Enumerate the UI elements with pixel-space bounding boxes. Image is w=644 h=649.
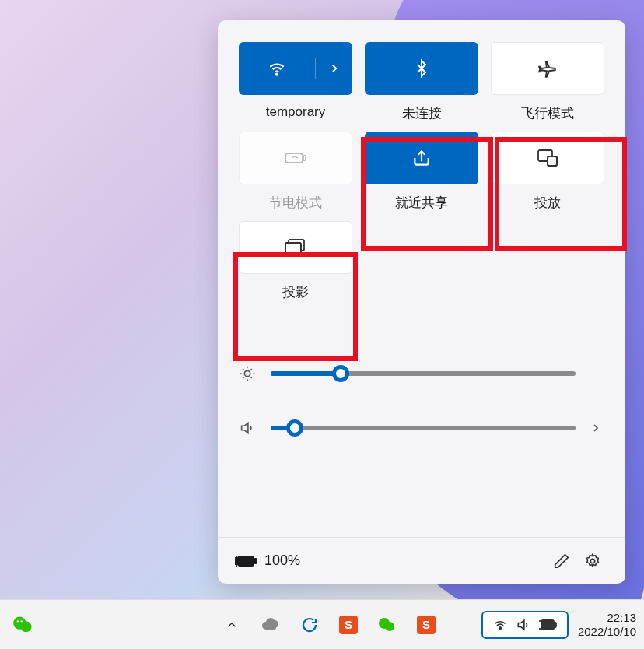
tray-volume-icon bbox=[516, 617, 531, 633]
tile-bluetooth[interactable] bbox=[365, 42, 478, 95]
taskbar: S S 22:13 2022/10/10 bbox=[0, 599, 644, 649]
tile-battery-saver-wrap: 节电模式 bbox=[238, 132, 353, 212]
tile-cast[interactable] bbox=[491, 132, 604, 184]
svg-rect-10 bbox=[238, 556, 254, 566]
taskbar-app-wechat-2[interactable] bbox=[373, 611, 401, 639]
tile-bluetooth-wrap: 未连接 bbox=[364, 42, 479, 122]
gear-icon bbox=[584, 553, 601, 570]
tile-airplane-wrap: 飞行模式 bbox=[490, 42, 605, 122]
svg-rect-4 bbox=[548, 156, 557, 166]
tile-battery-saver bbox=[239, 132, 352, 184]
cast-icon bbox=[537, 149, 558, 167]
clock[interactable]: 22:13 2022/10/10 bbox=[578, 611, 636, 639]
tile-project[interactable] bbox=[239, 221, 352, 274]
svg-point-20 bbox=[499, 626, 502, 629]
tile-airplane[interactable] bbox=[491, 42, 604, 95]
svg-point-13 bbox=[590, 559, 595, 563]
tray-wifi-icon bbox=[492, 617, 508, 633]
chevron-up-icon bbox=[225, 618, 239, 632]
tile-wifi[interactable] bbox=[239, 42, 352, 95]
brightness-slider-row bbox=[238, 346, 605, 401]
tile-cast-wrap: 投放 bbox=[490, 132, 605, 212]
wifi-icon bbox=[267, 58, 287, 79]
brightness-slider[interactable] bbox=[271, 371, 576, 376]
taskbar-sync[interactable] bbox=[296, 611, 324, 639]
tile-project-label: 投影 bbox=[282, 283, 309, 301]
svg-rect-21 bbox=[541, 620, 554, 630]
tile-nearby-share[interactable] bbox=[365, 132, 478, 184]
tile-nearby-share-wrap: 就近共享 bbox=[364, 132, 479, 212]
taskbar-overflow[interactable] bbox=[218, 611, 246, 639]
svg-point-0 bbox=[276, 74, 278, 75]
tile-airplane-label: 飞行模式 bbox=[521, 104, 574, 122]
svg-rect-7 bbox=[285, 243, 301, 254]
quick-settings-panel: temporary 未连接 飞行模式 bbox=[218, 20, 625, 584]
sync-icon bbox=[300, 616, 319, 634]
svg-point-15 bbox=[21, 621, 32, 632]
clock-time: 22:13 bbox=[578, 611, 636, 625]
system-tray[interactable] bbox=[481, 611, 569, 639]
tile-wifi-main[interactable] bbox=[239, 58, 316, 79]
cloud-icon bbox=[261, 616, 280, 634]
svg-rect-22 bbox=[555, 623, 556, 627]
settings-button[interactable] bbox=[577, 546, 608, 577]
clock-date: 2022/10/10 bbox=[578, 625, 636, 639]
svg-point-16 bbox=[17, 620, 19, 622]
svg-point-19 bbox=[385, 622, 394, 631]
tile-nearby-share-label: 就近共享 bbox=[395, 194, 448, 212]
taskbar-app-wechat[interactable] bbox=[9, 611, 37, 639]
tray-battery-icon bbox=[539, 619, 558, 631]
svg-rect-1 bbox=[285, 153, 303, 163]
project-icon bbox=[284, 238, 307, 257]
chevron-right-icon bbox=[327, 61, 341, 75]
battery-saver-icon bbox=[284, 149, 307, 167]
brightness-icon bbox=[238, 365, 257, 382]
tiles-area: temporary 未连接 飞行模式 bbox=[218, 20, 625, 318]
volume-slider[interactable] bbox=[271, 426, 576, 430]
edit-button[interactable] bbox=[546, 546, 577, 577]
battery-percent: 100% bbox=[264, 553, 300, 569]
panel-footer: 100% bbox=[218, 537, 625, 584]
volume-expand[interactable] bbox=[590, 422, 605, 434]
tile-wifi-wrap: temporary bbox=[238, 42, 353, 122]
svg-point-17 bbox=[21, 620, 23, 622]
battery-plug-icon bbox=[235, 553, 258, 569]
svg-rect-11 bbox=[254, 559, 257, 563]
pencil-icon bbox=[553, 553, 570, 570]
svg-rect-2 bbox=[303, 156, 306, 160]
taskbar-app-s2[interactable]: S bbox=[412, 611, 440, 639]
taskbar-app-s1[interactable]: S bbox=[334, 611, 362, 639]
tile-bluetooth-label: 未连接 bbox=[402, 104, 442, 122]
sliders-area bbox=[218, 346, 625, 455]
bluetooth-icon bbox=[412, 59, 431, 78]
tile-project-wrap: 投影 bbox=[238, 221, 353, 301]
airplane-icon bbox=[537, 58, 558, 79]
volume-icon bbox=[238, 419, 257, 437]
battery-status[interactable]: 100% bbox=[235, 553, 300, 569]
tile-wifi-label: temporary bbox=[266, 104, 326, 120]
taskbar-onedrive[interactable] bbox=[257, 611, 285, 639]
svg-point-9 bbox=[244, 370, 250, 376]
volume-slider-row bbox=[238, 401, 605, 455]
share-icon bbox=[411, 148, 432, 168]
tile-battery-saver-label: 节电模式 bbox=[269, 194, 322, 212]
tile-cast-label: 投放 bbox=[534, 194, 561, 212]
svg-rect-12 bbox=[235, 558, 238, 564]
tile-wifi-expand[interactable] bbox=[316, 61, 352, 75]
